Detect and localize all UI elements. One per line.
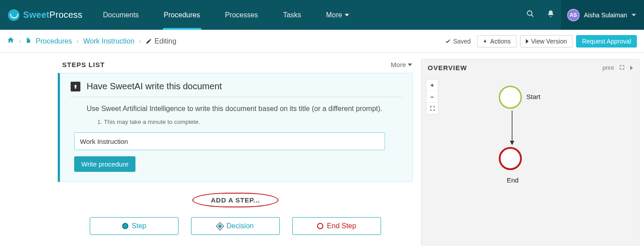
chevron-right-icon[interactable] [630, 66, 633, 70]
steps-title: STEPS LIST [62, 61, 105, 68]
diamond-icon [216, 222, 224, 230]
flow-canvas[interactable]: Start End [428, 76, 633, 218]
request-approval-button[interactable]: Request Approval [576, 35, 637, 48]
nav-more[interactable]: More [314, 0, 362, 30]
nav-procedures[interactable]: Procedures [151, 0, 213, 30]
brand-logo[interactable]: SweetProcess [0, 0, 91, 30]
actions-button[interactable]: Actions [477, 35, 517, 48]
chevron-down-icon [345, 14, 349, 16]
steps-more[interactable]: More [391, 61, 412, 68]
add-end-step-button[interactable]: End Step [292, 217, 381, 235]
nav-documents[interactable]: Documents [91, 0, 151, 30]
brand-icon [8, 9, 20, 21]
crumb-sep: › [19, 37, 21, 45]
nav-right: AS Aisha Sulaiman [520, 0, 644, 30]
overview-panel: OVERVIEW print + – ⛶ Start End [421, 59, 640, 246]
pencil-icon [146, 38, 152, 44]
check-icon [445, 38, 451, 44]
brand-text: SweetProcess [23, 10, 83, 20]
crumb-procedures[interactable]: Procedures [36, 37, 72, 45]
overview-title: OVERVIEW [428, 64, 467, 71]
flow-end-label: End [507, 176, 519, 184]
expand-icon[interactable] [619, 64, 625, 71]
svg-marker-3 [510, 141, 514, 145]
top-nav: SweetProcess Documents Procedures Proces… [0, 0, 644, 30]
sweetai-title: Have SweetAI write this document [87, 81, 222, 91]
crumb-editing: Editing [146, 37, 176, 45]
home-icon[interactable] [7, 36, 14, 46]
add-decision-button[interactable]: Decision [191, 217, 280, 235]
chevron-down-icon [632, 14, 636, 16]
sub-bar: › Procedures › Work Instruction › Editin… [0, 30, 644, 53]
steps-column: STEPS LIST More Have SweetAI write this … [58, 59, 413, 246]
user-menu[interactable]: AS Aisha Sulaiman [561, 0, 644, 30]
flow-start-label: Start [526, 93, 541, 100]
crumb-doc[interactable]: Work Instruction [83, 37, 134, 45]
add-step-section: ADD A STEP... Step Decision End Step [58, 193, 413, 235]
nav-processes[interactable]: Processes [212, 0, 270, 30]
subbar-actions: Saved Actions View Version Request Appro… [445, 35, 637, 48]
flow-start-node[interactable] [499, 86, 522, 109]
upload-icon [71, 82, 80, 91]
avatar: AS [567, 9, 580, 21]
bolt-icon [483, 38, 488, 44]
crumb-sep: › [76, 37, 79, 45]
steps-header: STEPS LIST More [58, 59, 413, 73]
view-version-button[interactable]: View Version [520, 35, 573, 48]
write-procedure-button[interactable]: Write procedure [74, 156, 135, 172]
chevron-down-icon [408, 63, 412, 66]
overview-header: OVERVIEW print [428, 64, 633, 71]
circle-filled-icon [122, 223, 128, 229]
overview-print[interactable]: print [603, 64, 614, 71]
circle-outline-icon [317, 223, 323, 229]
search-icon[interactable] [520, 10, 541, 20]
bell-icon[interactable] [541, 10, 561, 20]
nav-items: Documents Procedures Processes Tasks Mor… [91, 0, 362, 30]
crumb-sep: › [139, 37, 141, 45]
flow-arrow [509, 111, 515, 146]
sweetai-card: Have SweetAI write this document Use Swe… [58, 73, 413, 182]
svg-line-1 [531, 15, 533, 17]
play-icon [526, 39, 529, 44]
sweetai-prompt-input[interactable] [74, 132, 385, 150]
user-name: Aisha Sulaiman [584, 12, 627, 19]
add-step-button[interactable]: Step [90, 217, 179, 235]
saved-indicator: Saved [445, 38, 471, 45]
nav-tasks[interactable]: Tasks [270, 0, 314, 30]
add-step-label: ADD A STEP... [211, 196, 260, 204]
breadcrumb: › Procedures › Work Instruction › Editin… [7, 36, 176, 46]
add-step-highlight: ADD A STEP... [192, 193, 279, 207]
sweetai-desc: Use Sweet Artificial Intelligence to wri… [87, 103, 402, 114]
svg-point-0 [527, 11, 532, 16]
sweetai-note: 1. This may take a minute to complete. [97, 119, 402, 125]
main: STEPS LIST More Have SweetAI write this … [0, 53, 644, 250]
nav-more-label: More [326, 11, 342, 19]
file-icon [25, 37, 31, 46]
flow-end-node[interactable] [499, 147, 522, 170]
